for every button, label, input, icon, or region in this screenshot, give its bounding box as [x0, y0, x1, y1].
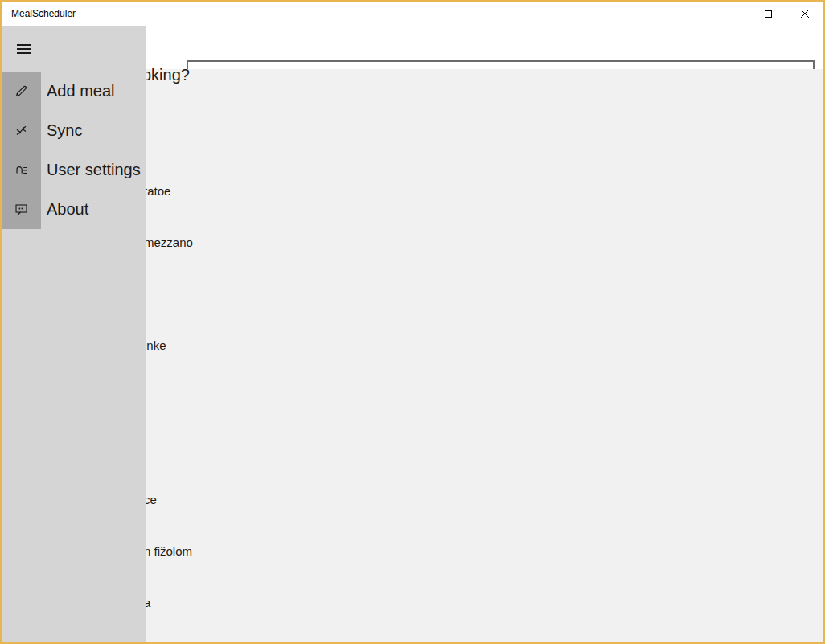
- contact-info-icon: [14, 162, 29, 178]
- nav-items: Add meal Sync: [2, 72, 146, 229]
- hamburger-icon: [17, 44, 31, 54]
- nav-item-label: Add meal: [47, 82, 115, 100]
- minimize-icon: [727, 14, 735, 14]
- maximize-icon: [765, 10, 772, 18]
- nav-item-about[interactable]: About: [2, 190, 146, 229]
- app-window: MealScheduler oking? tatoe mezzano inke …: [0, 0, 825, 644]
- nav-item-user-settings[interactable]: User settings: [2, 150, 146, 190]
- hamburger-button[interactable]: [10, 35, 48, 64]
- meal-list-item[interactable]: mezzano: [144, 235, 193, 251]
- pencil-icon: [14, 84, 29, 99]
- nav-item-add-meal[interactable]: Add meal: [2, 72, 146, 111]
- meal-list-item[interactable]: n fižolom: [144, 544, 192, 560]
- nav-item-sync[interactable]: Sync: [2, 111, 146, 150]
- feedback-bubble-icon: [14, 202, 29, 217]
- nav-item-label: About: [47, 200, 88, 219]
- nav-item-label: Sync: [47, 121, 82, 140]
- nav-item-label: User settings: [47, 161, 141, 179]
- sync-icon: [14, 123, 29, 138]
- minimize-button[interactable]: [712, 2, 749, 26]
- maximize-button[interactable]: [749, 2, 786, 26]
- close-icon: [800, 9, 810, 18]
- nav-pane: Add meal Sync: [2, 26, 146, 642]
- meal-list-item[interactable]: ce: [144, 492, 157, 508]
- cooking-question-label: oking?: [142, 66, 190, 84]
- window-title: MealScheduler: [11, 2, 76, 26]
- title-bar: MealScheduler: [2, 2, 823, 26]
- close-button[interactable]: [786, 2, 823, 26]
- meal-list-item[interactable]: tatoe: [144, 183, 170, 199]
- meal-list-item[interactable]: inke: [144, 338, 166, 354]
- window-controls: [712, 2, 823, 26]
